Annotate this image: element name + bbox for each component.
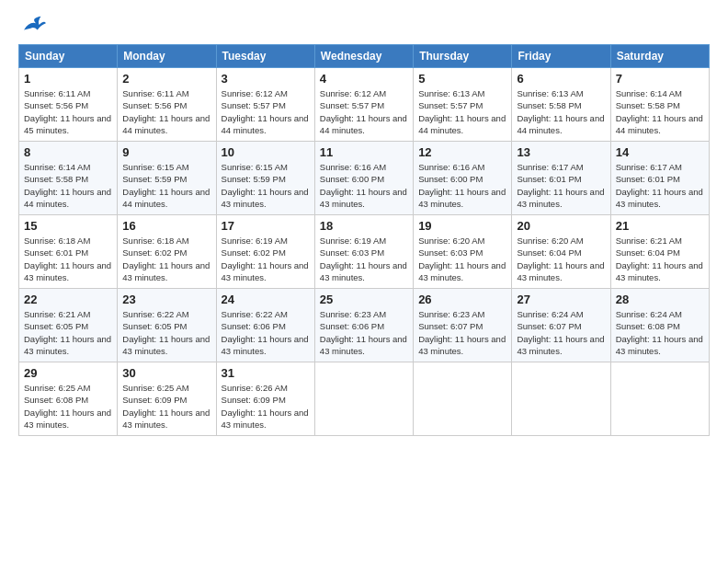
calendar-cell: 15 Sunrise: 6:18 AM Sunset: 6:01 PM Dayl… — [19, 215, 118, 289]
sunset-text: Sunset: 6:08 PM — [24, 394, 112, 406]
calendar-cell: 2 Sunrise: 6:11 AM Sunset: 5:56 PM Dayli… — [118, 68, 216, 142]
sunset-text: Sunset: 6:01 PM — [517, 173, 605, 185]
sunrise-text: Sunrise: 6:12 AM — [320, 87, 408, 99]
calendar-cell: 12 Sunrise: 6:16 AM Sunset: 6:00 PM Dayl… — [414, 142, 512, 215]
calendar-cell: 9 Sunrise: 6:15 AM Sunset: 5:59 PM Dayli… — [118, 142, 216, 215]
day-number: 4 — [320, 72, 408, 86]
calendar-cell: 8 Sunrise: 6:14 AM Sunset: 5:58 PM Dayli… — [19, 142, 118, 215]
daylight-text: Daylight: 11 hours and 43 minutes. — [616, 186, 704, 211]
sunset-text: Sunset: 5:56 PM — [24, 99, 112, 111]
page: Sunday Monday Tuesday Wednesday Thursday… — [0, 0, 728, 563]
daylight-text: Daylight: 11 hours and 43 minutes. — [24, 333, 112, 358]
calendar-cell: 5 Sunrise: 6:13 AM Sunset: 5:57 PM Dayli… — [414, 68, 512, 142]
day-number: 10 — [222, 145, 310, 159]
sunset-text: Sunset: 5:59 PM — [222, 173, 310, 185]
calendar-week-row: 29 Sunrise: 6:25 AM Sunset: 6:08 PM Dayl… — [19, 362, 710, 436]
sunset-text: Sunset: 5:58 PM — [616, 99, 704, 111]
sunrise-text: Sunrise: 6:22 AM — [222, 308, 310, 320]
daylight-text: Daylight: 11 hours and 43 minutes. — [418, 186, 506, 211]
calendar-cell: 18 Sunrise: 6:19 AM Sunset: 6:03 PM Dayl… — [314, 215, 413, 289]
daylight-text: Daylight: 11 hours and 44 minutes. — [418, 112, 506, 137]
day-number: 30 — [122, 366, 210, 380]
sunrise-text: Sunrise: 6:13 AM — [418, 87, 506, 99]
calendar-cell: 4 Sunrise: 6:12 AM Sunset: 5:57 PM Dayli… — [314, 68, 413, 142]
day-number: 6 — [517, 72, 605, 86]
day-number: 26 — [418, 293, 506, 306]
col-friday: Friday — [512, 45, 610, 68]
day-number: 9 — [122, 145, 210, 159]
day-number: 21 — [616, 219, 704, 233]
day-number: 23 — [122, 293, 210, 306]
day-number: 27 — [517, 293, 605, 306]
sunset-text: Sunset: 6:05 PM — [122, 320, 210, 332]
sunset-text: Sunset: 6:06 PM — [222, 320, 310, 332]
daylight-text: Daylight: 11 hours and 43 minutes. — [320, 333, 408, 358]
calendar-table: Sunday Monday Tuesday Wednesday Thursday… — [18, 44, 710, 436]
calendar-cell: 13 Sunrise: 6:17 AM Sunset: 6:01 PM Dayl… — [512, 142, 610, 215]
daylight-text: Daylight: 11 hours and 44 minutes. — [517, 112, 605, 137]
sunrise-text: Sunrise: 6:11 AM — [24, 87, 112, 99]
daylight-text: Daylight: 11 hours and 43 minutes. — [616, 259, 704, 284]
calendar-cell: 1 Sunrise: 6:11 AM Sunset: 5:56 PM Dayli… — [19, 68, 118, 142]
daylight-text: Daylight: 11 hours and 43 minutes. — [122, 407, 210, 431]
day-number: 15 — [24, 219, 112, 233]
calendar-cell: 7 Sunrise: 6:14 AM Sunset: 5:58 PM Dayli… — [610, 68, 709, 142]
sunrise-text: Sunrise: 6:23 AM — [320, 308, 408, 320]
sunset-text: Sunset: 6:03 PM — [418, 247, 506, 259]
daylight-text: Daylight: 11 hours and 43 minutes. — [418, 333, 506, 358]
sunset-text: Sunset: 6:04 PM — [517, 247, 605, 259]
calendar-cell: 17 Sunrise: 6:19 AM Sunset: 6:02 PM Dayl… — [216, 215, 314, 289]
sunset-text: Sunset: 6:09 PM — [222, 394, 310, 406]
sunrise-text: Sunrise: 6:16 AM — [320, 161, 408, 173]
sunrise-text: Sunrise: 6:20 AM — [418, 235, 506, 247]
daylight-text: Daylight: 11 hours and 43 minutes. — [122, 333, 210, 358]
sunset-text: Sunset: 6:09 PM — [122, 394, 210, 406]
sunrise-text: Sunrise: 6:15 AM — [122, 161, 210, 173]
sunrise-text: Sunrise: 6:21 AM — [616, 235, 704, 247]
day-number: 5 — [418, 72, 506, 86]
daylight-text: Daylight: 11 hours and 43 minutes. — [418, 259, 506, 284]
daylight-text: Daylight: 11 hours and 44 minutes. — [24, 186, 112, 211]
sunset-text: Sunset: 6:03 PM — [320, 247, 408, 259]
col-sunday: Sunday — [19, 45, 118, 68]
daylight-text: Daylight: 11 hours and 44 minutes. — [616, 112, 704, 137]
sunrise-text: Sunrise: 6:14 AM — [616, 87, 704, 99]
daylight-text: Daylight: 11 hours and 45 minutes. — [24, 112, 112, 137]
calendar-cell: 31 Sunrise: 6:26 AM Sunset: 6:09 PM Dayl… — [216, 362, 314, 436]
sunset-text: Sunset: 6:04 PM — [616, 247, 704, 259]
daylight-text: Daylight: 11 hours and 43 minutes. — [517, 259, 605, 284]
sunset-text: Sunset: 5:57 PM — [418, 99, 506, 111]
sunset-text: Sunset: 5:58 PM — [517, 99, 605, 111]
day-number: 2 — [122, 72, 210, 86]
calendar-cell: 19 Sunrise: 6:20 AM Sunset: 6:03 PM Dayl… — [414, 215, 512, 289]
sunrise-text: Sunrise: 6:26 AM — [222, 382, 310, 394]
sunrise-text: Sunrise: 6:18 AM — [24, 235, 112, 247]
day-number: 11 — [320, 145, 408, 159]
sunset-text: Sunset: 6:06 PM — [320, 320, 408, 332]
sunrise-text: Sunrise: 6:20 AM — [517, 235, 605, 247]
daylight-text: Daylight: 11 hours and 44 minutes. — [222, 112, 310, 137]
calendar-cell: 23 Sunrise: 6:22 AM Sunset: 6:05 PM Dayl… — [118, 289, 216, 362]
sunrise-text: Sunrise: 6:11 AM — [122, 87, 210, 99]
calendar-cell: 28 Sunrise: 6:24 AM Sunset: 6:08 PM Dayl… — [610, 289, 709, 362]
daylight-text: Daylight: 11 hours and 43 minutes. — [616, 333, 704, 358]
sunrise-text: Sunrise: 6:12 AM — [222, 87, 310, 99]
calendar-cell — [512, 362, 610, 436]
sunrise-text: Sunrise: 6:19 AM — [222, 235, 310, 247]
col-monday: Monday — [118, 45, 216, 68]
day-number: 14 — [616, 145, 704, 159]
sunset-text: Sunset: 6:01 PM — [616, 173, 704, 185]
calendar-cell: 21 Sunrise: 6:21 AM Sunset: 6:04 PM Dayl… — [610, 215, 709, 289]
col-tuesday: Tuesday — [216, 45, 314, 68]
logo — [18, 15, 48, 35]
daylight-text: Daylight: 11 hours and 44 minutes. — [320, 112, 408, 137]
sunset-text: Sunset: 6:07 PM — [418, 320, 506, 332]
logo-text — [18, 15, 48, 35]
sunset-text: Sunset: 6:07 PM — [517, 320, 605, 332]
daylight-text: Daylight: 11 hours and 43 minutes. — [24, 259, 112, 284]
sunset-text: Sunset: 6:01 PM — [24, 247, 112, 259]
sunrise-text: Sunrise: 6:18 AM — [122, 235, 210, 247]
calendar-week-row: 1 Sunrise: 6:11 AM Sunset: 5:56 PM Dayli… — [19, 68, 710, 142]
calendar-cell: 16 Sunrise: 6:18 AM Sunset: 6:02 PM Dayl… — [118, 215, 216, 289]
day-number: 7 — [616, 72, 704, 86]
